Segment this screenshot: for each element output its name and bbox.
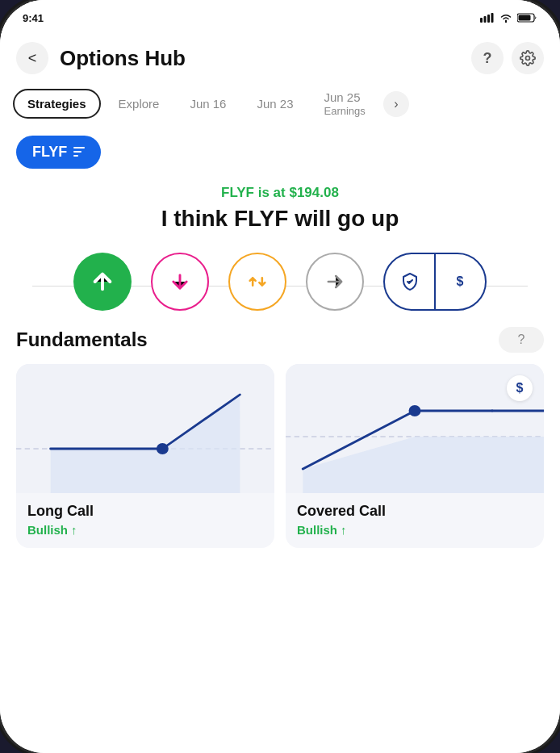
fundamentals-title: Fundamentals (16, 328, 148, 351)
status-bar: 9:41 (0, 0, 560, 36)
svg-rect-5 (519, 15, 531, 21)
fundamentals-help-button[interactable]: ? (499, 327, 544, 353)
tab-explore[interactable]: Explore (106, 90, 173, 117)
direction-income-button[interactable]: $ (436, 254, 485, 309)
direction-combined-button[interactable]: $ (383, 253, 487, 311)
covered-call-subtitle: Bullish ↑ (297, 523, 533, 537)
long-call-chart (16, 364, 274, 493)
covered-call-badge: $ (507, 375, 533, 401)
tab-earnings[interactable]: Jun 25 Earnings (311, 84, 378, 124)
ticker-button[interactable]: FLYF (16, 136, 101, 169)
covered-call-title: Covered Call (297, 503, 533, 520)
ticker-row: FLYF (0, 136, 560, 169)
long-call-info: Long Call Bullish ↑ (16, 493, 274, 548)
arrow-right-icon (324, 270, 346, 293)
filter-icon (73, 147, 85, 157)
svg-rect-0 (480, 18, 483, 23)
long-call-card[interactable]: Long Call Bullish ↑ (16, 364, 274, 548)
status-time: 9:41 (23, 12, 44, 24)
shield-icon (400, 272, 420, 291)
status-icons (480, 13, 537, 23)
header: < Options Hub ? (0, 36, 560, 84)
svg-point-10 (157, 443, 169, 454)
page-title: Options Hub (60, 46, 471, 71)
tab-jun16[interactable]: Jun 16 (177, 90, 239, 117)
signal-icon (480, 13, 495, 23)
covered-call-info: Covered Call Bullish ↑ (286, 493, 544, 548)
svg-rect-3 (491, 13, 494, 23)
wifi-icon (499, 13, 512, 23)
direction-neutral-button[interactable] (306, 253, 364, 311)
header-icons: ? (471, 42, 544, 74)
fundamentals-header: Fundamentals ? (16, 327, 544, 353)
long-call-subtitle: Bullish ↑ (27, 523, 263, 537)
dollar-icon: $ (450, 272, 470, 291)
battery-icon (517, 13, 537, 23)
svg-rect-2 (487, 15, 490, 23)
gear-icon (520, 50, 536, 66)
cards-row: Long Call Bullish ↑ (16, 364, 544, 548)
help-button[interactable]: ? (471, 42, 504, 74)
back-button[interactable]: < (16, 42, 48, 74)
tab-strategies[interactable]: Strategies (13, 89, 101, 119)
price-section: FLYF is at $194.08 I think FLYF will go … (0, 185, 560, 245)
arrow-down-icon (169, 270, 191, 293)
screen: 9:41 < Options Hub ? (0, 0, 560, 753)
svg-rect-1 (484, 16, 487, 23)
long-call-title: Long Call (27, 503, 263, 520)
covered-call-card[interactable]: $ Covered Call Bullish ↑ (286, 364, 544, 548)
fundamentals-section: Fundamentals ? (0, 327, 560, 548)
phone-frame: 9:41 < Options Hub ? (0, 0, 560, 753)
direction-row: $ (0, 245, 560, 327)
direction-up-button[interactable] (73, 253, 132, 311)
direction-volatile-button[interactable] (228, 253, 286, 311)
settings-button[interactable] (512, 42, 544, 74)
direction-protected-button[interactable] (385, 254, 434, 309)
arrow-up-icon (90, 269, 115, 295)
svg-point-15 (409, 405, 421, 416)
arrows-updown-icon (246, 270, 269, 293)
svg-text:$: $ (457, 274, 464, 288)
tabs-row: Strategies Explore Jun 16 Jun 23 Jun 25 … (0, 84, 560, 124)
tabs-chevron-right[interactable]: › (383, 91, 409, 117)
covered-call-chart: $ (286, 364, 544, 493)
tab-jun23[interactable]: Jun 23 (244, 90, 306, 117)
price-text: FLYF is at $194.08 (16, 185, 544, 201)
main-heading: I think FLYF will go up (16, 206, 544, 232)
direction-down-button[interactable] (151, 253, 209, 311)
